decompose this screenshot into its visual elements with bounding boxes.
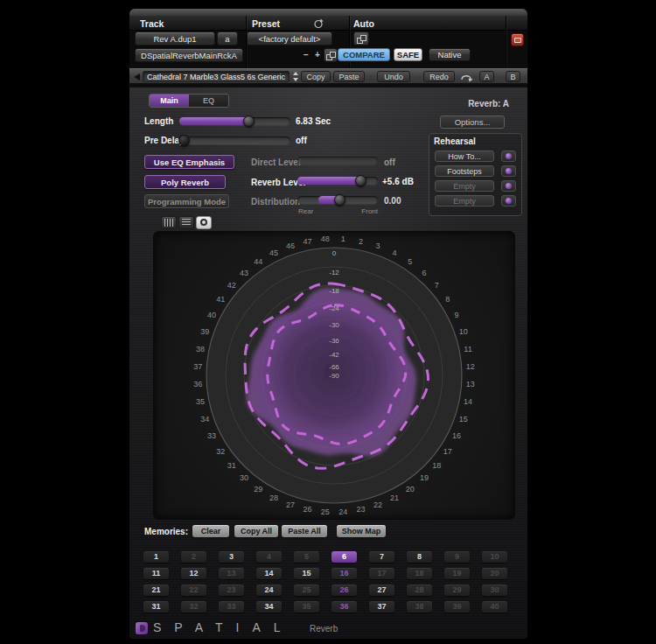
memory-slot-26[interactable]: 26: [331, 584, 357, 596]
memories-show-map-button[interactable]: Show Map: [337, 525, 386, 537]
plugin-body: Main EQ Reverb: A Length 6.83 Sec Option…: [129, 88, 527, 639]
memory-slot-18[interactable]: 18: [407, 568, 432, 579]
reverb-level-slider[interactable]: [297, 177, 378, 185]
memories-paste-all-button[interactable]: Paste All: [282, 525, 327, 537]
rehearsal-how-to-button[interactable]: How To...: [435, 150, 494, 162]
memory-slot-7[interactable]: 7: [369, 551, 394, 563]
speaker-number: 47: [304, 237, 312, 246]
memory-slot-16[interactable]: 16: [331, 568, 357, 579]
preset-cycle-icon[interactable]: [313, 18, 324, 29]
memory-slot-29[interactable]: 29: [444, 584, 470, 596]
rehearsal-empty-4-button[interactable]: Empty: [435, 195, 494, 206]
memory-slot-2[interactable]: 2: [181, 551, 206, 563]
programming-mode-button[interactable]: Programming Mode: [144, 194, 229, 208]
memory-slot-22[interactable]: 22: [181, 584, 206, 596]
slider-knob[interactable]: [178, 135, 190, 146]
copy-button[interactable]: Copy: [301, 71, 331, 82]
memory-slot-25[interactable]: 25: [294, 584, 319, 596]
safe-button[interactable]: SAFE: [394, 48, 422, 61]
undo-button[interactable]: Undo: [377, 71, 410, 82]
preset-selector[interactable]: <factory default>: [247, 32, 332, 46]
processing-format-button[interactable]: Native: [429, 48, 471, 61]
rehearsal-play-3-button[interactable]: [501, 180, 516, 192]
memory-slot-8[interactable]: 8: [407, 551, 432, 563]
rehearsal-play-4-button[interactable]: [501, 195, 516, 206]
track-section-label: Track: [140, 18, 164, 29]
memory-slot-38[interactable]: 38: [407, 601, 432, 612]
memories-copy-all-button[interactable]: Copy All: [234, 525, 278, 537]
memory-slot-37[interactable]: 37: [369, 601, 394, 612]
memory-slot-1[interactable]: 1: [143, 551, 169, 563]
playlist-selector[interactable]: a: [217, 32, 238, 46]
memory-slot-24[interactable]: 24: [256, 584, 282, 596]
slider-knob[interactable]: [334, 194, 345, 206]
preset-spinner-icon[interactable]: [292, 71, 300, 82]
paste-button[interactable]: Paste: [333, 71, 365, 82]
setting-b-button[interactable]: B: [506, 71, 520, 82]
rehearsal-empty-3-button[interactable]: Empty: [435, 180, 494, 192]
slider-knob[interactable]: [355, 175, 366, 186]
memories-clear-button[interactable]: Clear: [192, 525, 229, 537]
copy-settings-button[interactable]: [324, 48, 338, 62]
memory-slot-4[interactable]: 4: [256, 551, 282, 563]
revert-arrow-icon[interactable]: [459, 72, 475, 82]
memory-slot-33[interactable]: 33: [219, 601, 244, 612]
poly-reverb-button[interactable]: Poly Reverb: [144, 175, 226, 189]
options-button[interactable]: Options...: [440, 116, 505, 129]
memory-slot-3[interactable]: 3: [219, 551, 244, 563]
memory-slot-5[interactable]: 5: [294, 551, 319, 563]
memory-slot-14[interactable]: 14: [256, 568, 282, 579]
setting-a-button[interactable]: A: [479, 71, 494, 82]
memory-slot-10[interactable]: 10: [482, 551, 507, 563]
memory-slot-21[interactable]: 21: [143, 584, 169, 596]
db-scale-label: -30: [329, 321, 339, 329]
memory-slot-35[interactable]: 35: [294, 601, 319, 612]
memory-slot-11[interactable]: 11: [143, 568, 169, 579]
redo-button[interactable]: Redo: [423, 71, 455, 82]
preset-title[interactable]: Cathedral 7 Marble3 Glass5 6s Generic: [143, 71, 290, 82]
view-mode-lines-button[interactable]: [178, 216, 194, 229]
memory-slot-23[interactable]: 23: [219, 584, 244, 596]
memory-slot-34[interactable]: 34: [256, 601, 282, 612]
memory-slot-19[interactable]: 19: [444, 568, 470, 579]
target-button[interactable]: [511, 33, 524, 46]
pre-delay-slider[interactable]: [179, 136, 290, 144]
slider-knob[interactable]: [243, 116, 255, 127]
spatial-polar-display[interactable]: 0-12-18-24-30-36-42-66-90123456789101112…: [154, 232, 514, 519]
memory-slot-12[interactable]: 12: [181, 568, 206, 579]
use-eq-emphasis-button[interactable]: Use EQ Emphasis: [144, 155, 234, 169]
memory-slot-13[interactable]: 13: [219, 568, 244, 579]
next-setting-button[interactable]: +: [312, 48, 323, 62]
memory-slot-32[interactable]: 32: [181, 601, 206, 612]
memory-slot-20[interactable]: 20: [482, 568, 507, 579]
memory-slot-30[interactable]: 30: [482, 584, 507, 596]
direct-level-slider[interactable]: [297, 157, 378, 164]
distribution-slider[interactable]: [297, 196, 378, 204]
collapse-arrow-icon[interactable]: [134, 74, 140, 80]
view-mode-polar-button[interactable]: [196, 216, 212, 229]
plugin-selector[interactable]: DSpatialReverbMainRckA: [135, 48, 243, 62]
memory-slot-31[interactable]: 31: [143, 601, 169, 612]
window-titlebar[interactable]: [129, 9, 527, 16]
speaker-number: 18: [432, 461, 441, 470]
tab-main[interactable]: Main: [150, 94, 189, 107]
rehearsal-play-1-button[interactable]: [501, 150, 516, 162]
memory-slot-40[interactable]: 40: [482, 601, 507, 612]
memory-slot-17[interactable]: 17: [369, 568, 394, 579]
memory-slot-28[interactable]: 28: [407, 584, 432, 596]
rehearsal-footsteps-button[interactable]: Footsteps: [435, 165, 494, 177]
memory-slot-15[interactable]: 15: [294, 568, 319, 579]
memory-slot-9[interactable]: 9: [444, 551, 470, 563]
memory-slot-27[interactable]: 27: [369, 584, 394, 596]
rehearsal-play-2-button[interactable]: [501, 165, 516, 177]
memory-slot-6[interactable]: 6: [331, 551, 357, 563]
view-mode-bars-button[interactable]: [161, 216, 177, 229]
compare-button[interactable]: COMPARE: [338, 48, 390, 61]
tab-eq[interactable]: EQ: [189, 94, 228, 107]
track-name-selector[interactable]: Rev A.dup1: [135, 32, 215, 46]
memory-slot-36[interactable]: 36: [331, 601, 357, 612]
memory-slot-39[interactable]: 39: [444, 601, 470, 612]
auto-copy-settings-button[interactable]: [353, 32, 369, 46]
length-slider[interactable]: [179, 117, 290, 125]
previous-setting-button[interactable]: −: [301, 48, 311, 62]
